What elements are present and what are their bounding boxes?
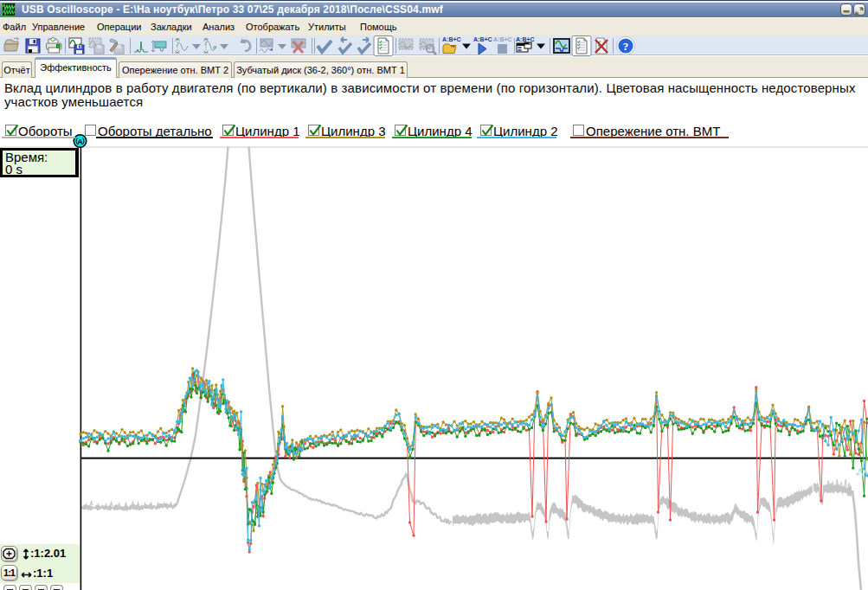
svg-text:A:B+C: A:B+C	[473, 36, 492, 42]
svg-text:?: ?	[622, 40, 628, 53]
svg-text:A:B+C: A:B+C	[493, 36, 512, 42]
